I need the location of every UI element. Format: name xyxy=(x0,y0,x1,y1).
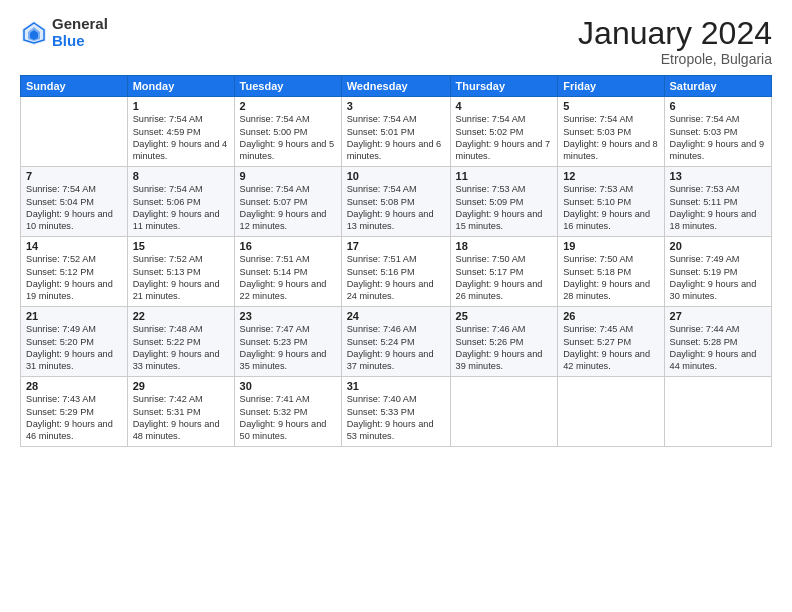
day-number: 29 xyxy=(133,380,229,392)
calendar-cell: 21Sunrise: 7:49 AM Sunset: 5:20 PM Dayli… xyxy=(21,307,128,377)
day-number: 10 xyxy=(347,170,445,182)
day-number: 21 xyxy=(26,310,122,322)
day-number: 23 xyxy=(240,310,336,322)
day-info: Sunrise: 7:50 AM Sunset: 5:18 PM Dayligh… xyxy=(563,253,658,303)
day-info: Sunrise: 7:54 AM Sunset: 4:59 PM Dayligh… xyxy=(133,113,229,163)
month-title: January 2024 xyxy=(578,16,772,51)
day-info: Sunrise: 7:41 AM Sunset: 5:32 PM Dayligh… xyxy=(240,393,336,443)
calendar-table: Sunday Monday Tuesday Wednesday Thursday… xyxy=(20,75,772,447)
day-number: 9 xyxy=(240,170,336,182)
day-info: Sunrise: 7:54 AM Sunset: 5:01 PM Dayligh… xyxy=(347,113,445,163)
day-number: 30 xyxy=(240,380,336,392)
week-row-2: 14Sunrise: 7:52 AM Sunset: 5:12 PM Dayli… xyxy=(21,237,772,307)
day-number: 4 xyxy=(456,100,553,112)
day-number: 22 xyxy=(133,310,229,322)
day-info: Sunrise: 7:49 AM Sunset: 5:19 PM Dayligh… xyxy=(670,253,766,303)
calendar-cell: 26Sunrise: 7:45 AM Sunset: 5:27 PM Dayli… xyxy=(558,307,664,377)
calendar-cell: 20Sunrise: 7:49 AM Sunset: 5:19 PM Dayli… xyxy=(664,237,771,307)
day-number: 17 xyxy=(347,240,445,252)
day-number: 27 xyxy=(670,310,766,322)
calendar-cell: 22Sunrise: 7:48 AM Sunset: 5:22 PM Dayli… xyxy=(127,307,234,377)
logo: General Blue xyxy=(20,16,108,49)
calendar-cell: 4Sunrise: 7:54 AM Sunset: 5:02 PM Daylig… xyxy=(450,97,558,167)
calendar-cell: 18Sunrise: 7:50 AM Sunset: 5:17 PM Dayli… xyxy=(450,237,558,307)
day-number: 6 xyxy=(670,100,766,112)
week-row-3: 21Sunrise: 7:49 AM Sunset: 5:20 PM Dayli… xyxy=(21,307,772,377)
calendar-cell: 7Sunrise: 7:54 AM Sunset: 5:04 PM Daylig… xyxy=(21,167,128,237)
calendar-cell: 13Sunrise: 7:53 AM Sunset: 5:11 PM Dayli… xyxy=(664,167,771,237)
header-sunday: Sunday xyxy=(21,76,128,97)
day-number: 15 xyxy=(133,240,229,252)
calendar-cell xyxy=(21,97,128,167)
header-tuesday: Tuesday xyxy=(234,76,341,97)
day-info: Sunrise: 7:54 AM Sunset: 5:00 PM Dayligh… xyxy=(240,113,336,163)
day-info: Sunrise: 7:45 AM Sunset: 5:27 PM Dayligh… xyxy=(563,323,658,373)
calendar-cell xyxy=(450,377,558,447)
week-row-4: 28Sunrise: 7:43 AM Sunset: 5:29 PM Dayli… xyxy=(21,377,772,447)
title-block: January 2024 Etropole, Bulgaria xyxy=(578,16,772,67)
logo-icon xyxy=(20,19,48,47)
logo-text: General Blue xyxy=(52,16,108,49)
calendar-cell: 1Sunrise: 7:54 AM Sunset: 4:59 PM Daylig… xyxy=(127,97,234,167)
day-number: 18 xyxy=(456,240,553,252)
day-number: 25 xyxy=(456,310,553,322)
day-info: Sunrise: 7:44 AM Sunset: 5:28 PM Dayligh… xyxy=(670,323,766,373)
calendar-cell xyxy=(558,377,664,447)
header-thursday: Thursday xyxy=(450,76,558,97)
logo-general-text: General xyxy=(52,16,108,33)
calendar-cell: 15Sunrise: 7:52 AM Sunset: 5:13 PM Dayli… xyxy=(127,237,234,307)
day-number: 3 xyxy=(347,100,445,112)
day-number: 2 xyxy=(240,100,336,112)
week-row-0: 1Sunrise: 7:54 AM Sunset: 4:59 PM Daylig… xyxy=(21,97,772,167)
day-info: Sunrise: 7:54 AM Sunset: 5:03 PM Dayligh… xyxy=(670,113,766,163)
day-number: 19 xyxy=(563,240,658,252)
day-info: Sunrise: 7:52 AM Sunset: 5:12 PM Dayligh… xyxy=(26,253,122,303)
day-info: Sunrise: 7:46 AM Sunset: 5:26 PM Dayligh… xyxy=(456,323,553,373)
day-info: Sunrise: 7:42 AM Sunset: 5:31 PM Dayligh… xyxy=(133,393,229,443)
calendar-cell: 16Sunrise: 7:51 AM Sunset: 5:14 PM Dayli… xyxy=(234,237,341,307)
header-saturday: Saturday xyxy=(664,76,771,97)
day-info: Sunrise: 7:43 AM Sunset: 5:29 PM Dayligh… xyxy=(26,393,122,443)
calendar-cell: 3Sunrise: 7:54 AM Sunset: 5:01 PM Daylig… xyxy=(341,97,450,167)
day-info: Sunrise: 7:54 AM Sunset: 5:03 PM Dayligh… xyxy=(563,113,658,163)
calendar-cell: 2Sunrise: 7:54 AM Sunset: 5:00 PM Daylig… xyxy=(234,97,341,167)
header-friday: Friday xyxy=(558,76,664,97)
day-info: Sunrise: 7:51 AM Sunset: 5:16 PM Dayligh… xyxy=(347,253,445,303)
day-info: Sunrise: 7:47 AM Sunset: 5:23 PM Dayligh… xyxy=(240,323,336,373)
day-info: Sunrise: 7:46 AM Sunset: 5:24 PM Dayligh… xyxy=(347,323,445,373)
day-info: Sunrise: 7:53 AM Sunset: 5:11 PM Dayligh… xyxy=(670,183,766,233)
day-number: 11 xyxy=(456,170,553,182)
day-number: 8 xyxy=(133,170,229,182)
header-wednesday: Wednesday xyxy=(341,76,450,97)
calendar-cell: 19Sunrise: 7:50 AM Sunset: 5:18 PM Dayli… xyxy=(558,237,664,307)
day-info: Sunrise: 7:54 AM Sunset: 5:06 PM Dayligh… xyxy=(133,183,229,233)
day-number: 24 xyxy=(347,310,445,322)
day-info: Sunrise: 7:51 AM Sunset: 5:14 PM Dayligh… xyxy=(240,253,336,303)
week-row-1: 7Sunrise: 7:54 AM Sunset: 5:04 PM Daylig… xyxy=(21,167,772,237)
calendar-cell: 17Sunrise: 7:51 AM Sunset: 5:16 PM Dayli… xyxy=(341,237,450,307)
calendar-cell: 5Sunrise: 7:54 AM Sunset: 5:03 PM Daylig… xyxy=(558,97,664,167)
day-number: 28 xyxy=(26,380,122,392)
calendar-cell: 9Sunrise: 7:54 AM Sunset: 5:07 PM Daylig… xyxy=(234,167,341,237)
day-number: 12 xyxy=(563,170,658,182)
day-number: 13 xyxy=(670,170,766,182)
page: General Blue January 2024 Etropole, Bulg… xyxy=(0,0,792,612)
header-row: Sunday Monday Tuesday Wednesday Thursday… xyxy=(21,76,772,97)
calendar-cell xyxy=(664,377,771,447)
calendar-cell: 11Sunrise: 7:53 AM Sunset: 5:09 PM Dayli… xyxy=(450,167,558,237)
calendar-cell: 12Sunrise: 7:53 AM Sunset: 5:10 PM Dayli… xyxy=(558,167,664,237)
calendar-cell: 27Sunrise: 7:44 AM Sunset: 5:28 PM Dayli… xyxy=(664,307,771,377)
day-info: Sunrise: 7:54 AM Sunset: 5:02 PM Dayligh… xyxy=(456,113,553,163)
day-number: 5 xyxy=(563,100,658,112)
day-info: Sunrise: 7:54 AM Sunset: 5:08 PM Dayligh… xyxy=(347,183,445,233)
day-number: 26 xyxy=(563,310,658,322)
location: Etropole, Bulgaria xyxy=(578,51,772,67)
calendar-cell: 31Sunrise: 7:40 AM Sunset: 5:33 PM Dayli… xyxy=(341,377,450,447)
calendar-cell: 10Sunrise: 7:54 AM Sunset: 5:08 PM Dayli… xyxy=(341,167,450,237)
calendar-cell: 14Sunrise: 7:52 AM Sunset: 5:12 PM Dayli… xyxy=(21,237,128,307)
calendar-cell: 28Sunrise: 7:43 AM Sunset: 5:29 PM Dayli… xyxy=(21,377,128,447)
day-info: Sunrise: 7:53 AM Sunset: 5:10 PM Dayligh… xyxy=(563,183,658,233)
day-number: 1 xyxy=(133,100,229,112)
calendar-cell: 8Sunrise: 7:54 AM Sunset: 5:06 PM Daylig… xyxy=(127,167,234,237)
calendar-cell: 23Sunrise: 7:47 AM Sunset: 5:23 PM Dayli… xyxy=(234,307,341,377)
